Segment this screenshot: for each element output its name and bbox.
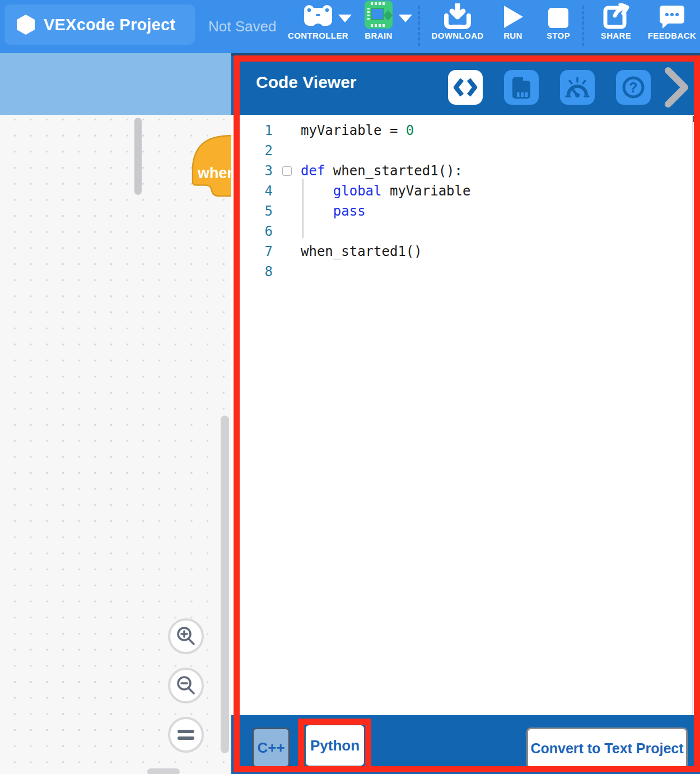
line-number: 5 xyxy=(231,203,273,219)
zoom-out-button[interactable] xyxy=(168,668,204,703)
convert-to-text-project-button[interactable]: Convert to Text Project xyxy=(526,728,688,769)
controller-dropdown-arrow-icon[interactable] xyxy=(338,15,352,22)
share-icon xyxy=(603,0,629,29)
save-status: Not Saved xyxy=(208,0,276,53)
controller-icon xyxy=(302,0,334,29)
download-icon xyxy=(443,0,472,29)
code-lines: 1myVariable = 023def when_started1():4 g… xyxy=(231,120,700,282)
when-started-block[interactable]: when xyxy=(190,133,234,204)
code-line: 1myVariable = 0 xyxy=(231,120,700,141)
line-number: 7 xyxy=(231,244,273,259)
zoom-in-button[interactable] xyxy=(168,618,204,654)
code-editor[interactable]: 1myVariable = 023def when_started1():4 g… xyxy=(231,115,700,715)
project-title: VEXcode Project xyxy=(44,16,175,34)
python-language-button[interactable]: Python xyxy=(306,725,364,766)
code-text: global myVariable xyxy=(301,183,470,199)
convert-label: Convert to Text Project xyxy=(530,740,683,757)
download-label: DOWNLOAD xyxy=(431,31,483,40)
code-viewer-title: Code Viewer xyxy=(256,73,357,92)
cpp-language-button[interactable]: C++ xyxy=(252,728,290,768)
vex-hexagon-logo-icon xyxy=(17,15,35,35)
device-info-button[interactable] xyxy=(504,70,539,105)
code-viewer-header: Code Viewer xyxy=(231,56,700,115)
zoom-out-icon xyxy=(176,675,196,696)
code-line: 2 xyxy=(231,141,700,161)
code-text: def when_started1(): xyxy=(301,163,463,179)
stop-label: STOP xyxy=(547,31,570,40)
code-text: myVariable = 0 xyxy=(301,123,414,138)
code-viewer-footer: C++ Python Convert to Text Project xyxy=(231,715,700,774)
code-line: 3def when_started1(): xyxy=(231,161,700,181)
download-button[interactable]: DOWNLOAD xyxy=(426,0,489,53)
code-line: 6 xyxy=(231,221,700,241)
python-label: Python xyxy=(310,737,360,754)
workspace-vertical-scrollbar[interactable] xyxy=(221,416,229,753)
share-button[interactable]: SHARE xyxy=(597,0,635,53)
line-number: 6 xyxy=(231,223,273,239)
zoom-in-icon xyxy=(176,626,196,646)
share-label: SHARE xyxy=(601,31,632,40)
line-number: 4 xyxy=(231,183,273,199)
controller-button[interactable]: CONTROLLER xyxy=(284,0,352,53)
vexcode-app-window: VEXcode Project Not Saved CONTROLLER xyxy=(0,0,700,774)
monitor-console-button[interactable] xyxy=(560,70,595,105)
code-viewer-panel: Code Viewer xyxy=(231,53,700,774)
code-brackets-icon xyxy=(453,77,478,98)
code-text: when_started1() xyxy=(301,244,422,259)
toolbar-separator xyxy=(418,6,420,46)
line-number: 8 xyxy=(231,264,273,279)
code-viewer-tab-button[interactable] xyxy=(448,70,483,105)
svg-text:?: ? xyxy=(629,80,637,95)
line-number: 2 xyxy=(231,143,273,158)
help-button[interactable]: ? xyxy=(616,70,651,105)
editor-scrollbar-track xyxy=(692,115,693,715)
code-text: pass xyxy=(301,203,366,219)
brain-icon xyxy=(364,0,393,29)
code-line: 4 global myVariable xyxy=(231,181,700,201)
controller-label: CONTROLLER xyxy=(288,31,348,40)
stop-square-icon xyxy=(548,0,569,29)
feedback-button[interactable]: FEEDBACK xyxy=(644,0,700,53)
top-toolbar: VEXcode Project Not Saved CONTROLLER xyxy=(0,0,700,53)
run-button[interactable]: RUN xyxy=(497,0,529,53)
question-mark-icon: ? xyxy=(621,75,646,100)
feedback-label: FEEDBACK xyxy=(648,31,697,40)
chevron-right-icon xyxy=(664,67,690,108)
fold-gutter xyxy=(273,166,301,176)
collapse-panel-button[interactable] xyxy=(664,67,690,110)
stop-button[interactable]: STOP xyxy=(542,0,575,53)
brain-label: BRAIN xyxy=(365,31,393,40)
run-label: RUN xyxy=(503,31,522,40)
code-line: 8 xyxy=(231,262,700,282)
workspace-horizontal-scrollbar[interactable] xyxy=(147,768,180,774)
toolbar-separator xyxy=(582,6,584,46)
zoom-reset-button[interactable] xyxy=(168,717,204,753)
block-palette-band xyxy=(0,53,231,115)
feedback-icon xyxy=(659,0,685,29)
brain-button[interactable]: BRAIN xyxy=(358,0,399,53)
brain-port-icon xyxy=(510,75,533,100)
gauge-icon xyxy=(564,76,590,99)
indent-guide xyxy=(302,179,304,238)
zoom-reset-icon xyxy=(176,728,195,742)
code-line: 5 pass xyxy=(231,201,700,221)
brain-dropdown-arrow-icon[interactable] xyxy=(399,15,412,22)
line-number: 1 xyxy=(231,123,273,138)
editor-scrollbar-thumb[interactable] xyxy=(693,116,699,122)
fold-minus-icon[interactable] xyxy=(282,166,292,176)
when-block-label: when xyxy=(198,165,236,182)
palette-scrollbar[interactable] xyxy=(134,118,142,195)
line-number: 3 xyxy=(231,163,273,179)
code-line: 7when_started1() xyxy=(231,241,700,262)
project-name-button[interactable]: VEXcode Project xyxy=(4,4,195,45)
cpp-label: C++ xyxy=(257,739,284,757)
run-play-icon xyxy=(502,0,524,29)
